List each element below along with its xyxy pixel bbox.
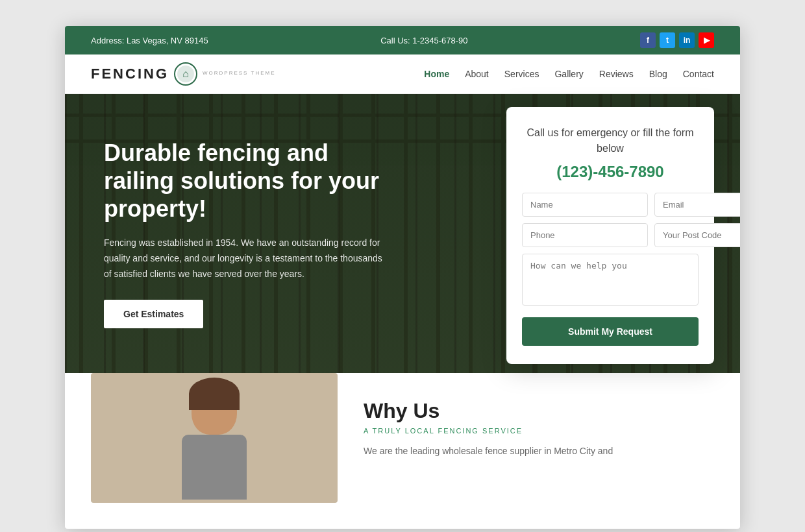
why-us-description: We are the leading wholesale fence suppl… (364, 444, 714, 459)
name-input[interactable] (522, 193, 648, 217)
nav-blog[interactable]: Blog (649, 69, 667, 79)
svg-text:⌂: ⌂ (182, 68, 189, 79)
phone-postcode-row (522, 223, 699, 247)
hero-description: Fencing was established in 1954. We have… (104, 236, 390, 282)
social-icons: f t in ▶ (640, 32, 714, 48)
name-email-row (522, 193, 699, 217)
nav-home[interactable]: Home (424, 69, 449, 79)
contact-card: Call us for emergency or fill the form b… (506, 107, 714, 364)
nav-gallery[interactable]: Gallery (554, 69, 583, 79)
contact-card-title: Call us for emergency or fill the form b… (522, 125, 699, 156)
nav-about[interactable]: About (465, 69, 489, 79)
nav-bar: FENCING ⌂ WORDPRESS THEME Home About Ser… (65, 54, 740, 94)
browser-window: Address: Las Vegas, NV 89145 Call Us: 1-… (65, 26, 740, 529)
logo-sub: WORDPRESS THEME (203, 70, 276, 76)
nav-services[interactable]: Services (504, 69, 539, 79)
person-figure (169, 383, 260, 503)
person-hair (189, 378, 240, 410)
submit-button[interactable]: Submit My Request (522, 317, 699, 346)
nav-links: Home About Services Gallery Reviews Blog… (424, 68, 714, 80)
top-bar: Address: Las Vegas, NV 89145 Call Us: 1-… (65, 26, 740, 54)
logo-icon: ⌂ (174, 62, 197, 86)
youtube-icon[interactable]: ▶ (699, 32, 714, 48)
logo-text: FENCING (91, 66, 169, 82)
why-us-content: Why Us A TRULY LOCAL FENCING SERVICE We … (364, 373, 714, 459)
nav-contact[interactable]: Contact (683, 69, 714, 79)
postcode-input[interactable] (654, 223, 740, 247)
why-us-image (91, 373, 338, 503)
hero-content: Durable fencing and railing solutions fo… (65, 139, 428, 329)
facebook-icon[interactable]: f (640, 32, 656, 48)
hero-title: Durable fencing and railing solutions fo… (104, 139, 390, 223)
why-us-section: Why Us A TRULY LOCAL FENCING SERVICE We … (65, 373, 740, 529)
message-textarea[interactable] (522, 254, 699, 306)
why-us-title: Why Us (364, 399, 714, 423)
address-text: Address: Las Vegas, NV 89145 (91, 36, 208, 45)
hero-section: Durable fencing and railing solutions fo… (65, 94, 740, 373)
linkedin-icon[interactable]: in (679, 32, 695, 48)
phone-text: Call Us: 1-2345-678-90 (380, 36, 467, 45)
why-us-subtitle: A TRULY LOCAL FENCING SERVICE (364, 427, 714, 435)
twitter-icon[interactable]: t (660, 32, 675, 48)
phone-input[interactable] (522, 223, 648, 247)
logo: FENCING ⌂ WORDPRESS THEME (91, 62, 276, 86)
contact-phone: (123)-456-7890 (522, 163, 699, 181)
person-body (182, 435, 247, 500)
person-head (192, 383, 237, 435)
email-input[interactable] (654, 193, 740, 217)
nav-reviews[interactable]: Reviews (599, 69, 634, 79)
get-estimates-button[interactable]: Get Estimates (104, 300, 203, 328)
